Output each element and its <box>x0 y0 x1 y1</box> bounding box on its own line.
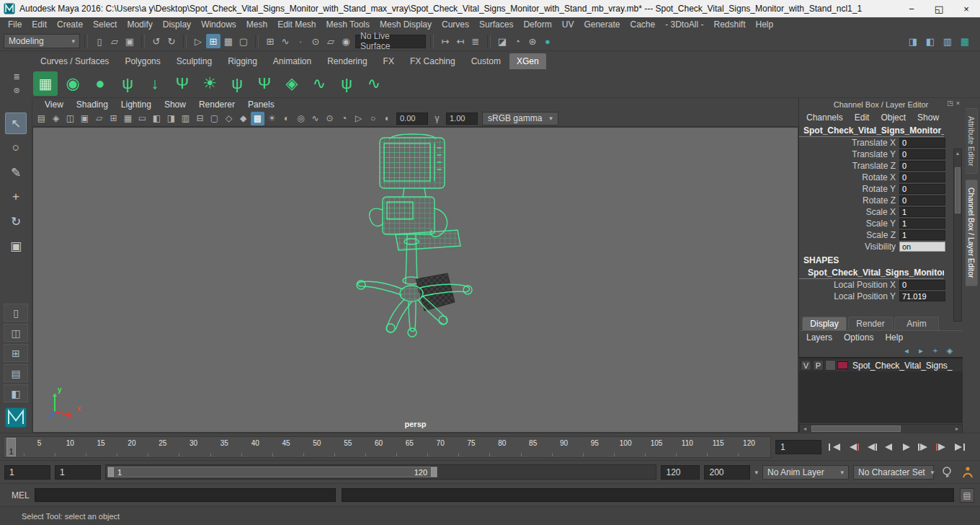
time-slider-track[interactable]: 5101520253035404550556065707580859095100… <box>3 436 771 458</box>
layer-playback-toggle[interactable]: P <box>813 360 824 371</box>
select-tool[interactable]: ↖ <box>5 112 27 134</box>
minimize-button[interactable]: − <box>898 0 925 17</box>
xgen-inspect-icon[interactable]: ◉ <box>61 71 85 96</box>
anim-layer-dropdown[interactable]: No Anim Layer ▾ <box>762 465 849 480</box>
attribute-value-field[interactable]: 1 <box>899 230 945 240</box>
isolate-select-icon[interactable]: ▷ <box>352 112 365 125</box>
live-surface-field[interactable]: No Live Surface <box>355 35 426 48</box>
layer-display-type-toggle[interactable] <box>825 360 836 371</box>
maya-home-button[interactable] <box>3 405 29 430</box>
shelf-tab[interactable]: Custom <box>464 53 508 69</box>
lock-camera-icon[interactable]: ◈ <box>49 112 63 125</box>
textured-icon[interactable]: ▩ <box>251 112 264 125</box>
current-frame-field[interactable]: 1 <box>775 440 821 454</box>
display-render-view-icon[interactable]: ● <box>540 34 555 48</box>
snap-to-points-icon[interactable]: ∙ <box>293 34 308 48</box>
create-empty-layer-icon[interactable]: + <box>930 345 941 356</box>
dock-panel-icon[interactable]: ◳ <box>947 100 953 107</box>
shape-name[interactable]: Spot_Check_Vital_Signs_Monitor_wi... <box>799 266 944 279</box>
layer-color-swatch[interactable] <box>837 361 848 369</box>
command-input-field[interactable] <box>35 488 336 502</box>
attribute-value-field[interactable]: 1 <box>899 207 945 217</box>
new-scene-icon[interactable]: ▯ <box>92 34 107 48</box>
xgen-grass-icon[interactable]: Ψ <box>170 71 195 96</box>
create-layer-from-selected-icon[interactable]: ◈ <box>944 345 956 356</box>
shelf-tab[interactable]: XGen <box>509 53 546 69</box>
attribute-value-field[interactable]: 0 <box>899 149 945 159</box>
command-output-field[interactable] <box>342 488 954 502</box>
channel-box-scrollbar[interactable]: ▲ <box>953 149 962 322</box>
bookmarks-icon[interactable]: ▣ <box>78 112 92 125</box>
panel-menu-item[interactable]: Shading <box>70 100 115 110</box>
xgen-modifier-icon[interactable]: ∿ <box>362 71 386 96</box>
shelf-tab[interactable]: Animation <box>266 53 318 69</box>
menu-item[interactable]: Generate <box>579 19 625 30</box>
menu-item[interactable]: Cache <box>625 19 660 30</box>
scrollbar-thumb[interactable] <box>811 425 901 432</box>
snap-to-projected-center-icon[interactable]: ⊙ <box>308 34 323 48</box>
input-connections-icon[interactable]: ↦ <box>438 34 453 48</box>
shelf-tab[interactable]: FX <box>376 53 401 69</box>
output-connections-icon[interactable]: ↤ <box>453 34 468 48</box>
attribute-value-field[interactable]: on <box>899 242 945 252</box>
select-component-icon[interactable]: ▦ <box>221 34 236 48</box>
select-camera-icon[interactable]: ▤ <box>35 112 48 125</box>
select-hierarchy-icon[interactable]: ▷ <box>191 34 205 48</box>
menu-item[interactable]: Surfaces <box>474 19 518 30</box>
menu-item[interactable]: Edit <box>27 19 52 30</box>
shelf-menu-icon[interactable]: ≣ <box>10 71 23 84</box>
exposure-icon[interactable]: ◐ <box>380 112 394 125</box>
xgen-groom-icon[interactable]: ● <box>88 71 112 96</box>
workspace-icon[interactable]: ▦ <box>958 34 972 48</box>
viewport-canvas[interactable]: y x persp <box>32 127 798 433</box>
go-to-start-button[interactable] <box>826 440 842 454</box>
multisample-icon[interactable]: ⊙ <box>323 112 337 125</box>
construction-history-icon[interactable]: ≣ <box>468 34 483 48</box>
paint-selection-tool[interactable]: ✎ <box>5 162 27 183</box>
undo-icon[interactable]: ↺ <box>149 34 164 48</box>
use-all-lights-icon[interactable]: ☀ <box>265 112 279 125</box>
layout-four-pane-button[interactable]: ⊞ <box>4 344 28 362</box>
menu-item[interactable]: Display <box>158 19 196 30</box>
viewport-panel[interactable]: ViewShadingLightingShowRendererPanels ▤◈… <box>32 98 798 433</box>
lasso-tool[interactable]: ○ <box>5 137 27 159</box>
xgen-add-sop-icon[interactable]: ψ <box>115 71 140 96</box>
playback-end-field[interactable]: 120 <box>661 465 700 480</box>
menu-item[interactable]: Deform <box>518 19 556 30</box>
playback-start-field[interactable]: 1 <box>55 465 101 480</box>
layout-single-pane-button[interactable]: ▯ <box>4 304 28 322</box>
attribute-value-field[interactable]: 0 <box>899 280 945 290</box>
shelf-gear-icon[interactable]: ⊛ <box>10 84 23 97</box>
sidebar-tab[interactable]: Channel Box / Layer Editor <box>966 180 978 286</box>
layer-editor-tab[interactable]: Display <box>802 317 847 330</box>
scale-tool[interactable]: ▣ <box>5 235 27 257</box>
xgen-curves-icon[interactable]: ∿ <box>307 71 331 96</box>
shelf-tab[interactable]: Curves / Surfaces <box>33 53 116 69</box>
step-forward-frame-button[interactable] <box>916 440 932 454</box>
attribute-value-field[interactable]: 0 <box>899 138 945 148</box>
play-forwards-button[interactable] <box>898 440 914 454</box>
channel-box-header[interactable]: Channel Box / Layer Editor ◳× <box>799 98 963 110</box>
range-slider[interactable]: 1 120 <box>105 464 656 480</box>
layer-visibility-toggle[interactable]: V <box>801 360 811 371</box>
menu-item[interactable]: File <box>3 19 27 30</box>
close-panel-icon[interactable]: × <box>956 100 960 107</box>
snap-to-view-planes-icon[interactable]: ▱ <box>324 34 338 48</box>
safe-action-icon[interactable]: ⊟ <box>193 112 207 125</box>
menu-item[interactable]: Windows <box>196 19 241 30</box>
gamma-icon[interactable]: γ <box>430 112 444 125</box>
select-object-icon[interactable]: ⊞ <box>206 34 220 48</box>
move-layer-down-icon[interactable]: ▸ <box>915 345 927 356</box>
layer-editor-menu-item[interactable]: Help <box>879 332 909 343</box>
select-asset-icon[interactable]: ▢ <box>236 34 251 48</box>
attribute-value-field[interactable]: 0 <box>899 161 945 171</box>
menu-item[interactable]: Select <box>88 19 122 30</box>
wireframe-model[interactable] <box>324 132 554 356</box>
shelf-tab[interactable]: Rendering <box>320 53 374 69</box>
render-settings-icon[interactable]: ⊛ <box>525 34 540 48</box>
depth-of-field-icon[interactable]: ◔ <box>337 112 351 125</box>
character-set-dropdown[interactable]: No Character Set ▾ <box>853 465 934 480</box>
film-gate-icon[interactable]: ▭ <box>135 112 149 125</box>
snap-to-curves-icon[interactable]: ∿ <box>278 34 293 48</box>
menu-item[interactable]: Mesh Tools <box>321 19 375 30</box>
